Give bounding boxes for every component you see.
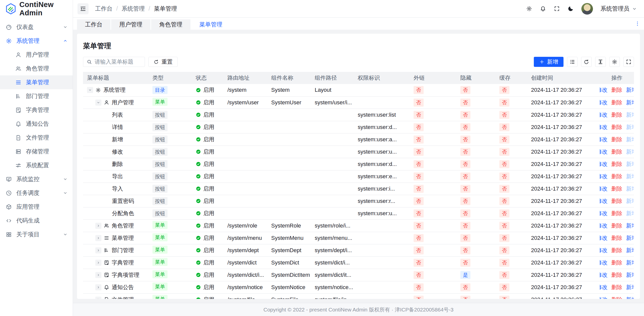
expand-row-caret[interactable] xyxy=(95,284,101,290)
expand-row-caret[interactable] xyxy=(95,247,101,253)
toolbar-list-button[interactable] xyxy=(567,57,578,67)
sidebar-item-file-mgmt[interactable]: 文件管理 xyxy=(0,131,73,145)
sidebar-item-code-gen[interactable]: 代码生成 xyxy=(0,214,73,228)
delete-link[interactable]: 删除 xyxy=(611,296,622,299)
header-bell-button[interactable] xyxy=(540,6,546,12)
header-settings-button[interactable] xyxy=(526,6,532,12)
edit-link[interactable]: 修改 xyxy=(600,86,608,94)
delete-link[interactable]: 删除 xyxy=(611,284,622,291)
delete-link[interactable]: 删除 xyxy=(611,259,622,266)
search-input[interactable] xyxy=(95,59,141,65)
sidebar-item-dashboard[interactable]: 仪表盘 xyxy=(0,20,73,34)
sidebar-item-menu-mgmt[interactable]: 菜单管理 xyxy=(0,75,73,89)
add-link[interactable]: 新增 xyxy=(626,284,634,291)
collapse-row-caret[interactable] xyxy=(95,100,101,106)
edit-link[interactable]: 修改 xyxy=(600,247,608,254)
sidebar-item-sys-config[interactable]: 系统配置 xyxy=(0,158,73,172)
edit-link[interactable]: 修改 xyxy=(600,111,608,119)
user-menu[interactable]: 系统管理员 xyxy=(600,5,637,13)
sidebar-item-system-mgmt[interactable]: 系统管理 xyxy=(0,34,73,48)
edit-link[interactable]: 修改 xyxy=(600,234,608,242)
delete-link[interactable]: 删除 xyxy=(611,271,622,279)
breadcrumb-item[interactable]: 工作台 xyxy=(95,5,112,13)
reset-button[interactable]: 重置 xyxy=(148,57,178,67)
collapse-row-caret[interactable] xyxy=(87,87,93,93)
delete-link[interactable]: 删除 xyxy=(611,123,622,131)
tab-user-mgmt[interactable]: 用户管理 xyxy=(111,19,150,30)
sidebar-item-sys-monitor[interactable]: 系统监控 xyxy=(0,172,73,186)
avatar[interactable] xyxy=(581,3,593,15)
edit-link[interactable]: 修改 xyxy=(600,284,608,291)
delete-link[interactable]: 删除 xyxy=(611,247,622,254)
hidden-badge-cell: 否 xyxy=(456,183,495,195)
delete-link[interactable]: 删除 xyxy=(611,86,622,94)
expand-row-caret[interactable] xyxy=(95,235,101,241)
plus-icon xyxy=(539,59,545,65)
delete-link[interactable]: 删除 xyxy=(611,111,622,119)
edit-link[interactable]: 修改 xyxy=(600,123,608,131)
toolbar-settings-button[interactable] xyxy=(609,57,620,67)
sidebar-item-role-mgmt[interactable]: 角色管理 xyxy=(0,62,73,75)
edit-link[interactable]: 修改 xyxy=(600,148,608,156)
tab-more-icon[interactable] xyxy=(634,21,640,27)
sidebar-item-task-sched[interactable]: 任务调度 xyxy=(0,186,73,200)
breadcrumb-item[interactable]: 系统管理 xyxy=(122,5,145,13)
edit-link[interactable]: 修改 xyxy=(600,185,608,193)
delete-link[interactable]: 删除 xyxy=(611,222,622,230)
toolbar-line-height-button[interactable] xyxy=(595,57,606,67)
sidebar-item-user-mgmt[interactable]: 用户管理 xyxy=(0,48,73,62)
toolbar-refresh-button[interactable] xyxy=(581,57,592,67)
user-name: 系统管理员 xyxy=(600,5,629,13)
sidebar-item-storage-mgmt[interactable]: 存储管理 xyxy=(0,145,73,158)
delete-link[interactable]: 删除 xyxy=(611,185,622,193)
add-link[interactable]: 新增 xyxy=(626,247,634,254)
add-link[interactable]: 新增 xyxy=(626,99,634,106)
edit-link[interactable]: 修改 xyxy=(600,271,608,279)
edit-link[interactable]: 修改 xyxy=(600,222,608,230)
add-link[interactable]: 新增 xyxy=(626,222,634,230)
tab-role-mgmt[interactable]: 角色管理 xyxy=(151,19,190,30)
delete-link[interactable]: 删除 xyxy=(611,234,622,242)
header-moon-button[interactable] xyxy=(568,6,574,12)
type-cell: 按钮 xyxy=(148,146,192,158)
delete-link[interactable]: 删除 xyxy=(611,173,622,180)
edit-link[interactable]: 修改 xyxy=(600,259,608,266)
delete-link[interactable]: 删除 xyxy=(611,148,622,156)
edit-link[interactable]: 修改 xyxy=(600,99,608,106)
header-fullscreen-button[interactable] xyxy=(554,6,560,12)
edit-link[interactable]: 修改 xyxy=(600,136,608,143)
caret-spacer xyxy=(104,124,110,130)
toolbar-fullscreen-button[interactable] xyxy=(623,57,634,67)
tab-menu-mgmt[interactable]: 菜单管理 xyxy=(191,19,230,30)
expand-row-caret[interactable] xyxy=(95,223,101,229)
sidebar-item-dept-mgmt[interactable]: 部门管理 xyxy=(0,89,73,103)
sidebar-item-about[interactable]: 关于项目 xyxy=(0,228,73,241)
edit-link[interactable]: 修改 xyxy=(600,210,608,217)
sidebar-item-dict-mgmt[interactable]: 字典管理 xyxy=(0,103,73,117)
delete-link[interactable]: 删除 xyxy=(611,160,622,168)
delete-link[interactable]: 删除 xyxy=(611,210,622,217)
delete-link[interactable]: 删除 xyxy=(611,197,622,205)
add-link[interactable]: 新增 xyxy=(626,271,634,279)
actions-cell: 修改删除新增 xyxy=(600,121,634,133)
expand-row-caret[interactable] xyxy=(95,260,101,266)
sidebar-item-notice[interactable]: 通知公告 xyxy=(0,117,73,131)
add-link[interactable]: 新增 xyxy=(626,296,634,299)
edit-link[interactable]: 修改 xyxy=(600,296,608,299)
add-link[interactable]: 新增 xyxy=(626,86,634,94)
add-link[interactable]: 新增 xyxy=(626,259,634,266)
add-link[interactable]: 新增 xyxy=(626,234,634,242)
add-button[interactable]: 新增 xyxy=(534,57,564,67)
chevron-down-icon xyxy=(63,191,68,195)
edit-link[interactable]: 修改 xyxy=(600,173,608,180)
expand-row-caret[interactable] xyxy=(95,297,101,299)
sidebar-collapse-button[interactable] xyxy=(77,3,89,14)
sidebar-item-app-mgmt[interactable]: 应用管理 xyxy=(0,200,73,214)
delete-link[interactable]: 删除 xyxy=(611,99,622,106)
delete-link[interactable]: 删除 xyxy=(611,136,622,143)
edit-link[interactable]: 修改 xyxy=(600,160,608,168)
tab-workbench[interactable]: 工作台 xyxy=(77,19,110,30)
edit-link[interactable]: 修改 xyxy=(600,197,608,205)
actions-cell: 修改删除新增 xyxy=(600,158,634,170)
expand-row-caret[interactable] xyxy=(95,272,101,278)
